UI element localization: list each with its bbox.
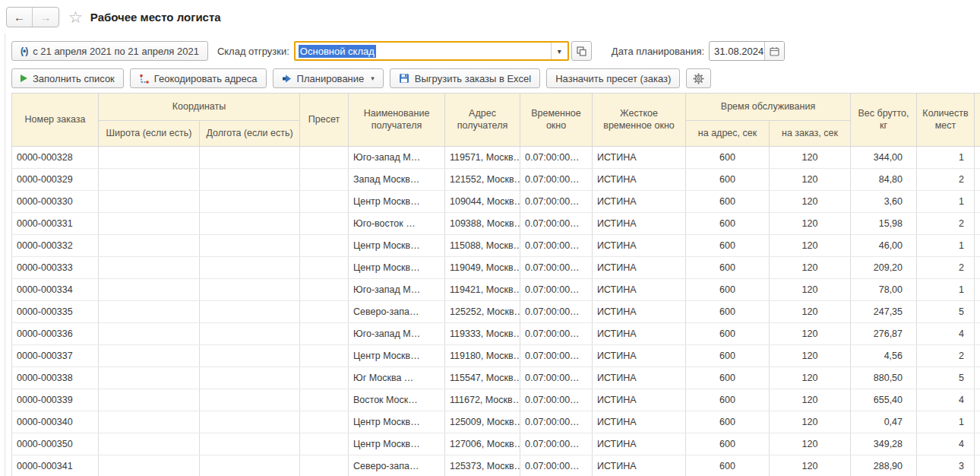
cell-recipient-name[interactable]: Центр Москв… [349, 433, 445, 455]
table-row[interactable]: 0000-000331 Юго-восток … 109388, Москв… … [12, 213, 980, 235]
cell-recipient-address[interactable]: 109044, Москв… [445, 191, 520, 213]
cell-preset[interactable] [300, 279, 349, 301]
cell-recipient-name[interactable]: Центр Москв… [349, 191, 445, 213]
cell-gross-weight[interactable]: 288,90 [851, 455, 917, 476]
warehouse-dropdown-button[interactable]: ▾ [551, 43, 567, 59]
cell-longitude[interactable] [200, 235, 300, 257]
cell-preset[interactable] [300, 191, 349, 213]
cell-gross-weight[interactable]: 880,50 [851, 367, 917, 389]
table-row[interactable]: 0000-000328 Юго-запад М… 119571, Москв… … [12, 147, 980, 169]
cell-service-per-order[interactable]: 120 [770, 301, 851, 323]
column-hard-time-window[interactable]: Жесткое временное окно [593, 94, 686, 147]
cell-longitude[interactable] [200, 345, 300, 367]
cell-order-number[interactable]: 0000-000336 [12, 323, 99, 345]
cell-extra[interactable] [975, 345, 980, 367]
cell-place-count[interactable]: 1 [917, 147, 975, 169]
export-excel-button[interactable]: Выгрузить заказы в Excel [390, 68, 540, 88]
column-service-per-address[interactable]: на адрес, сек [686, 121, 770, 147]
column-latitude[interactable]: Широта (если есть) [99, 121, 200, 147]
cell-latitude[interactable] [99, 455, 200, 476]
cell-latitude[interactable] [99, 433, 200, 455]
cell-hard-time-window[interactable]: ИСТИНА [593, 257, 686, 279]
cell-gross-weight[interactable]: 15,98 [851, 213, 917, 235]
cell-service-per-address[interactable]: 600 [686, 389, 770, 411]
cell-hard-time-window[interactable]: ИСТИНА [593, 367, 686, 389]
cell-time-window[interactable]: 0.07:00:00… [520, 301, 593, 323]
cell-hard-time-window[interactable]: ИСТИНА [593, 301, 686, 323]
column-group-coordinates[interactable]: Координаты [99, 94, 300, 121]
cell-latitude[interactable] [99, 345, 200, 367]
cell-latitude[interactable] [99, 191, 200, 213]
cell-longitude[interactable] [200, 301, 300, 323]
cell-latitude[interactable] [99, 213, 200, 235]
period-button[interactable]: (•) с 21 апреля 2021 по 21 апреля 2021 [11, 41, 208, 61]
cell-preset[interactable] [300, 389, 349, 411]
cell-longitude[interactable] [200, 279, 300, 301]
cell-extra[interactable] [975, 213, 980, 235]
column-service-per-order[interactable]: на заказ, сек [770, 121, 851, 147]
cell-recipient-name[interactable]: Юго-запад М… [349, 279, 445, 301]
cell-latitude[interactable] [99, 169, 200, 191]
cell-place-count[interactable]: 1 [917, 411, 975, 433]
cell-latitude[interactable] [99, 367, 200, 389]
cell-longitude[interactable] [200, 147, 300, 169]
column-longitude[interactable]: Долгота (если есть) [200, 121, 300, 147]
geocode-button[interactable]: Геокодировать адреса [130, 68, 267, 88]
cell-service-per-order[interactable]: 120 [770, 323, 851, 345]
cell-service-per-address[interactable]: 600 [686, 279, 770, 301]
cell-extra[interactable] [975, 191, 980, 213]
cell-service-per-address[interactable]: 600 [686, 411, 770, 433]
cell-hard-time-window[interactable]: ИСТИНА [593, 147, 686, 169]
table-row[interactable]: 0000-000332 Центр Москв… 115088, Москв… … [12, 235, 980, 257]
cell-place-count[interactable]: 2 [917, 169, 975, 191]
table-row[interactable]: 0000-000336 Юго-запад М… 119333, Москв… … [12, 323, 980, 345]
cell-recipient-name[interactable]: Юго-восток … [349, 213, 445, 235]
cell-latitude[interactable] [99, 147, 200, 169]
cell-recipient-address[interactable]: 125252, Москв… [445, 301, 520, 323]
cell-extra[interactable] [975, 389, 980, 411]
cell-hard-time-window[interactable]: ИСТИНА [593, 235, 686, 257]
table-row[interactable]: 0000-000339 Восток Моск… 111672, Москв… … [12, 389, 980, 411]
column-recipient-name[interactable]: Наименование получателя [349, 94, 445, 147]
column-group-service-time[interactable]: Время обслуживания [686, 94, 851, 121]
cell-place-count[interactable]: 5 [917, 367, 975, 389]
cell-order-number[interactable]: 0000-000340 [12, 411, 99, 433]
cell-time-window[interactable]: 0.07:00:00… [520, 345, 593, 367]
cell-service-per-order[interactable]: 120 [770, 147, 851, 169]
column-gross-weight[interactable]: Вес брутто, кг [851, 94, 917, 147]
cell-latitude[interactable] [99, 411, 200, 433]
cell-service-per-address[interactable]: 600 [686, 213, 770, 235]
cell-longitude[interactable] [200, 213, 300, 235]
cell-service-per-address[interactable]: 600 [686, 191, 770, 213]
cell-gross-weight[interactable]: 349,28 [851, 433, 917, 455]
cell-longitude[interactable] [200, 367, 300, 389]
table-row[interactable]: 0000-000330 Центр Москв… 109044, Москв… … [12, 191, 980, 213]
cell-latitude[interactable] [99, 279, 200, 301]
cell-order-number[interactable]: 0000-000331 [12, 213, 99, 235]
cell-service-per-order[interactable]: 120 [770, 367, 851, 389]
cell-time-window[interactable]: 0.07:00:00… [520, 389, 593, 411]
table-row[interactable]: 0000-000329 Запад Москв… 121552, Москв… … [12, 169, 980, 191]
cell-order-number[interactable]: 0000-000339 [12, 389, 99, 411]
cell-place-count[interactable]: 1 [917, 191, 975, 213]
cell-hard-time-window[interactable]: ИСТИНА [593, 191, 686, 213]
cell-order-number[interactable]: 0000-000350 [12, 433, 99, 455]
cell-time-window[interactable]: 0.07:00:00… [520, 213, 593, 235]
cell-recipient-name[interactable]: Юго-запад М… [349, 147, 445, 169]
cell-recipient-name[interactable]: Центр Москв… [349, 345, 445, 367]
cell-recipient-address[interactable]: 125009, Москв… [445, 411, 520, 433]
cell-gross-weight[interactable]: 655,40 [851, 389, 917, 411]
column-order-number[interactable]: Номер заказа [12, 94, 99, 147]
cell-gross-weight[interactable]: 0,47 [851, 411, 917, 433]
table-row[interactable]: 0000-000341 Северо-запа… 125373, Москв… … [12, 455, 980, 476]
cell-recipient-address[interactable]: 115547, Москв… [445, 367, 520, 389]
cell-hard-time-window[interactable]: ИСТИНА [593, 455, 686, 476]
favorite-star-icon[interactable]: ☆ [68, 9, 83, 25]
cell-preset[interactable] [300, 367, 349, 389]
cell-recipient-address[interactable]: 125373, Москв… [445, 455, 520, 476]
forward-button[interactable]: → [33, 8, 58, 27]
cell-recipient-address[interactable]: 121552, Москв… [445, 169, 520, 191]
cell-gross-weight[interactable]: 344,00 [851, 147, 917, 169]
cell-recipient-name[interactable]: Северо-запа… [349, 301, 445, 323]
table-row[interactable]: 0000-000333 Центр Москв… 119049, Москв… … [12, 257, 980, 279]
